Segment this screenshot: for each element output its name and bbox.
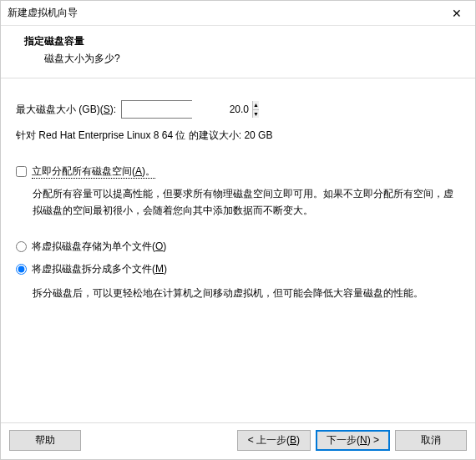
split-files-radio[interactable] bbox=[16, 264, 27, 275]
split-files-label[interactable]: 将虚拟磁盘拆分成多个文件(M) bbox=[32, 262, 167, 276]
split-files-description: 拆分磁盘后，可以更轻松地在计算机之间移动虚拟机，但可能会降低大容量磁盘的性能。 bbox=[16, 285, 460, 301]
page-subtitle: 磁盘大小为多少? bbox=[24, 52, 460, 66]
single-file-row[interactable]: 将虚拟磁盘存储为单个文件(O) bbox=[16, 240, 460, 254]
disk-size-input[interactable] bbox=[122, 101, 252, 118]
spinner-up-icon[interactable]: ▲ bbox=[253, 101, 259, 110]
spinner-down-icon[interactable]: ▼ bbox=[253, 110, 259, 119]
wizard-content: 最大磁盘大小 (GB)(S): ▲ ▼ 针对 Red Hat Enterpris… bbox=[1, 78, 475, 422]
window-title: 新建虚拟机向导 bbox=[8, 6, 78, 20]
allocate-now-description: 分配所有容量可以提高性能，但要求所有物理磁盘空间立即可用。如果不立即分配所有空间… bbox=[16, 185, 460, 220]
cancel-button[interactable]: 取消 bbox=[395, 430, 467, 451]
back-button[interactable]: < 上一步(B) bbox=[237, 430, 311, 451]
titlebar: 新建虚拟机向导 ✕ bbox=[1, 1, 475, 26]
recommended-size-text: 针对 Red Hat Enterprise Linux 8 64 位 的建议大小… bbox=[16, 129, 460, 143]
page-title: 指定磁盘容量 bbox=[24, 34, 460, 48]
disk-size-label: 最大磁盘大小 (GB)(S): bbox=[16, 103, 116, 117]
single-file-label[interactable]: 将虚拟磁盘存储为单个文件(O) bbox=[32, 240, 166, 254]
wizard-footer: 帮助 < 上一步(B) 下一步(N) > 取消 bbox=[1, 422, 475, 459]
wizard-window: 新建虚拟机向导 ✕ 指定磁盘容量 磁盘大小为多少? 最大磁盘大小 (GB)(S)… bbox=[0, 0, 476, 460]
allocate-now-row[interactable]: 立即分配所有磁盘空间(A)。 bbox=[16, 164, 460, 179]
split-files-row[interactable]: 将虚拟磁盘拆分成多个文件(M) bbox=[16, 262, 460, 276]
disk-size-row: 最大磁盘大小 (GB)(S): ▲ ▼ bbox=[16, 100, 460, 119]
disk-size-spinner[interactable]: ▲ ▼ bbox=[121, 100, 192, 119]
allocate-now-checkbox[interactable] bbox=[16, 166, 27, 177]
spinner-buttons: ▲ ▼ bbox=[252, 101, 259, 118]
allocate-now-label[interactable]: 立即分配所有磁盘空间(A)。 bbox=[32, 164, 155, 179]
next-button[interactable]: 下一步(N) > bbox=[316, 430, 390, 451]
close-icon[interactable]: ✕ bbox=[438, 1, 475, 26]
help-button[interactable]: 帮助 bbox=[9, 430, 81, 451]
single-file-radio[interactable] bbox=[16, 241, 27, 252]
wizard-header: 指定磁盘容量 磁盘大小为多少? bbox=[1, 26, 475, 78]
